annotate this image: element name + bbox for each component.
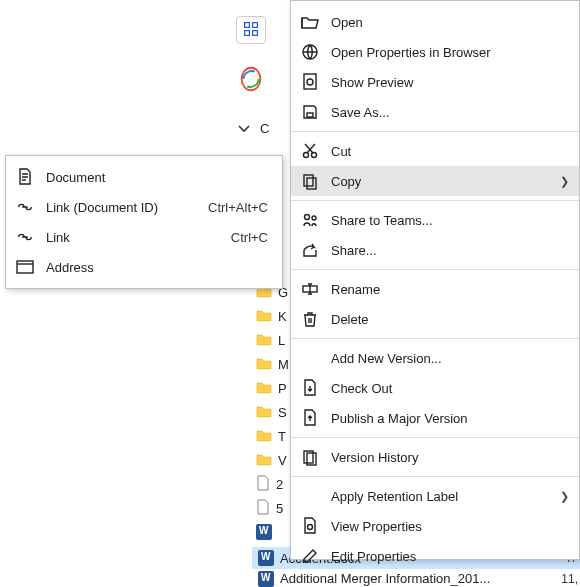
menu-separator: [291, 476, 579, 477]
menu-label: Delete: [331, 312, 579, 327]
collapse-toggle[interactable]: C: [236, 120, 269, 136]
menu-label: Rename: [331, 282, 579, 297]
chevron-right-icon: ❯: [560, 175, 569, 188]
file-row-label: L: [278, 333, 285, 348]
chevron-down-icon: [236, 120, 252, 136]
svg-rect-11: [307, 178, 316, 189]
menu-label: Edit Properties: [331, 549, 579, 564]
file-row-label: S: [278, 405, 287, 420]
menu-separator: [291, 200, 579, 201]
svg-rect-2: [245, 30, 250, 35]
svg-rect-5: [304, 74, 316, 89]
submenu-accel: Ctrl+Alt+C: [208, 200, 282, 215]
document-icon: [256, 499, 270, 518]
view-properties-icon: [301, 517, 319, 535]
menu-label: Save As...: [331, 105, 579, 120]
menu-item-share[interactable]: Share...: [291, 235, 579, 265]
cut-icon: [301, 142, 319, 160]
svg-point-9: [312, 153, 317, 158]
document-icon: [256, 475, 270, 494]
menu-label: View Properties: [331, 519, 579, 534]
svg-point-13: [312, 216, 316, 220]
grid-view-button[interactable]: [236, 16, 266, 44]
menu-item-edit-properties[interactable]: Edit Properties: [291, 541, 579, 571]
link-icon: [16, 228, 34, 246]
menu-item-open[interactable]: Open: [291, 7, 579, 37]
svg-point-8: [304, 153, 309, 158]
menu-item-check-out[interactable]: Check Out: [291, 373, 579, 403]
menu-label: Publish a Major Version: [331, 411, 579, 426]
rename-icon: [301, 280, 319, 298]
file-row-label: M: [278, 357, 289, 372]
menu-item-show-preview[interactable]: Show Preview: [291, 67, 579, 97]
file-row-label: 5: [276, 501, 283, 516]
folder-icon: [256, 308, 272, 325]
chevron-right-icon: ❯: [560, 490, 569, 503]
submenu-label: Link (Document ID): [46, 200, 208, 215]
svg-rect-18: [17, 261, 33, 273]
word-file-icon: [256, 524, 272, 540]
teams-icon: [301, 211, 319, 229]
collapse-label: C: [260, 121, 269, 136]
copy-icon: [301, 172, 319, 190]
publish-icon: [301, 409, 319, 427]
menu-label: Check Out: [331, 381, 579, 396]
svg-rect-1: [253, 22, 258, 27]
blank-icon: [301, 487, 319, 505]
menu-label: Share...: [331, 243, 579, 258]
submenu-label: Address: [46, 260, 268, 275]
file-row-label: K: [278, 309, 287, 324]
svg-point-6: [307, 79, 313, 85]
menu-item-add-version[interactable]: Add New Version...: [291, 343, 579, 373]
menu-label: Add New Version...: [331, 351, 579, 366]
link-icon: [16, 198, 34, 216]
delete-icon: [301, 310, 319, 328]
menu-item-open-browser[interactable]: Open Properties in Browser: [291, 37, 579, 67]
menu-separator: [291, 338, 579, 339]
menu-item-save-as[interactable]: Save As...: [291, 97, 579, 127]
save-icon: [301, 103, 319, 121]
svg-point-12: [305, 215, 310, 220]
folder-icon: [256, 332, 272, 349]
address-icon: [16, 258, 34, 276]
share-icon: [301, 241, 319, 259]
menu-item-version-history[interactable]: Version History: [291, 442, 579, 472]
menu-item-retention[interactable]: Apply Retention Label ❯: [291, 481, 579, 511]
svg-point-17: [308, 525, 313, 530]
app-logo: [236, 64, 266, 94]
menu-label: Open: [331, 15, 579, 30]
blank-icon: [301, 349, 319, 367]
menu-separator: [291, 131, 579, 132]
svg-rect-10: [304, 175, 313, 186]
menu-item-view-properties[interactable]: View Properties: [291, 511, 579, 541]
folder-icon: [256, 404, 272, 421]
menu-item-publish-major[interactable]: Publish a Major Version: [291, 403, 579, 433]
submenu-item-address[interactable]: Address: [6, 252, 282, 282]
check-out-icon: [301, 379, 319, 397]
menu-label: Share to Teams...: [331, 213, 579, 228]
submenu-accel: Ctrl+C: [231, 230, 282, 245]
menu-item-copy[interactable]: Copy ❯: [291, 166, 579, 196]
word-file-icon: [258, 571, 274, 587]
submenu-item-document[interactable]: Document: [6, 162, 282, 192]
submenu-item-link[interactable]: Link Ctrl+C: [6, 222, 282, 252]
menu-separator: [291, 269, 579, 270]
history-icon: [301, 448, 319, 466]
submenu-item-link-id[interactable]: Link (Document ID) Ctrl+Alt+C: [6, 192, 282, 222]
svg-rect-0: [245, 22, 250, 27]
menu-label: Version History: [331, 450, 579, 465]
file-row-label: T: [278, 429, 286, 444]
menu-item-rename[interactable]: Rename: [291, 274, 579, 304]
preview-icon: [301, 73, 319, 91]
submenu-label: Document: [46, 170, 268, 185]
menu-item-delete[interactable]: Delete: [291, 304, 579, 334]
globe-icon: [301, 43, 319, 61]
folder-icon: [256, 380, 272, 397]
menu-item-cut[interactable]: Cut: [291, 136, 579, 166]
file-row[interactable]: Additional Merger Information_201... 11,: [252, 570, 580, 587]
menu-label: Apply Retention Label: [331, 489, 579, 504]
folder-icon: [256, 452, 272, 469]
menu-label: Show Preview: [331, 75, 579, 90]
file-row-label: V: [278, 453, 287, 468]
menu-item-share-teams[interactable]: Share to Teams...: [291, 205, 579, 235]
